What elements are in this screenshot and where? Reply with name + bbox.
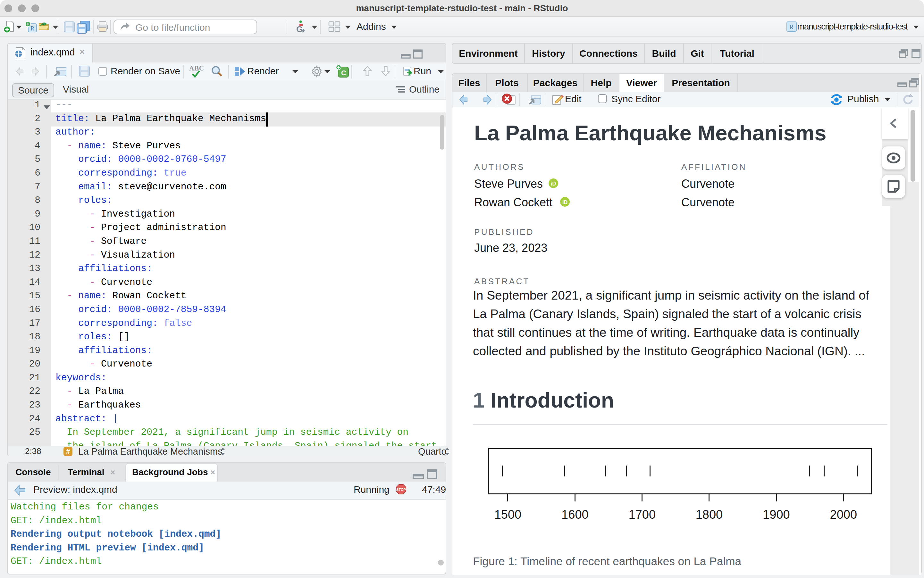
svg-text:iD: iD <box>551 181 556 187</box>
svg-text:iD: iD <box>562 200 568 205</box>
svg-text:R: R <box>790 24 794 31</box>
svg-text:R: R <box>31 25 34 32</box>
svg-text:G: G <box>296 24 303 34</box>
svg-text:C: C <box>341 69 346 77</box>
svg-text:STOP: STOP <box>396 488 406 492</box>
